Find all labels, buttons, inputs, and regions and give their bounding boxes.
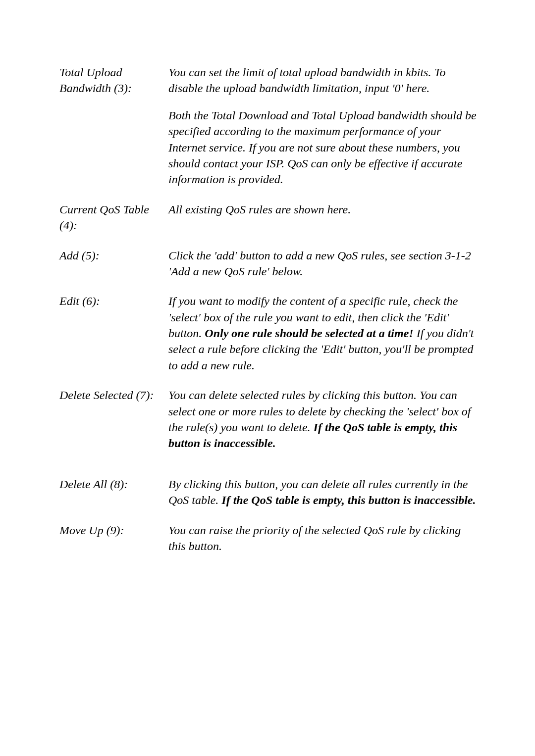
- text-run: You can set the limit of total upload ba…: [168, 66, 446, 95]
- text-run: You can raise the priority of the select…: [168, 524, 461, 553]
- text-run: If the QoS table is empty, this button i…: [221, 494, 476, 506]
- text-run: Click the 'add' button to add a new QoS …: [168, 249, 471, 278]
- paragraph: By clicking this button, you can delete …: [168, 476, 481, 508]
- term: Edit (6):: [59, 293, 168, 309]
- description: If you want to modify the content of a s…: [168, 293, 481, 373]
- paragraph: Click the 'add' button to add a new QoS …: [168, 248, 481, 280]
- description: By clicking this button, you can delete …: [168, 476, 481, 508]
- paragraph: You can set the limit of total upload ba…: [168, 64, 481, 97]
- definition-row: Total Upload Bandwidth (3):You can set t…: [59, 64, 481, 188]
- text-run: Both the Total Download and Total Upload…: [168, 109, 477, 186]
- description: You can set the limit of total upload ba…: [168, 64, 481, 188]
- paragraph: If you want to modify the content of a s…: [168, 293, 481, 373]
- paragraph: You can raise the priority of the select…: [168, 522, 481, 554]
- term: Move Up (9):: [59, 522, 168, 538]
- description: All existing QoS rules are shown here.: [168, 202, 481, 217]
- description: You can delete selected rules by clickin…: [168, 387, 481, 452]
- definition-row: Current QoS Table (4):All existing QoS r…: [59, 202, 481, 234]
- term: Delete Selected (7):: [59, 387, 168, 403]
- term: Total Upload Bandwidth (3):: [59, 64, 168, 97]
- text-run: All existing QoS rules are shown here.: [168, 203, 351, 216]
- term: Current QoS Table (4):: [59, 202, 168, 234]
- definition-row: Delete All (8):By clicking this button, …: [59, 476, 481, 508]
- definition-row: Add (5):Click the 'add' button to add a …: [59, 248, 481, 280]
- definition-row: Move Up (9):You can raise the priority o…: [59, 522, 481, 554]
- text-run: Only one rule should be selected at a ti…: [205, 327, 413, 340]
- paragraph: All existing QoS rules are shown here.: [168, 202, 481, 217]
- term: Add (5):: [59, 248, 168, 263]
- definition-row: Delete Selected (7):You can delete selec…: [59, 387, 481, 452]
- paragraph: Both the Total Download and Total Upload…: [168, 107, 481, 188]
- paragraph: You can delete selected rules by clickin…: [168, 387, 481, 452]
- description: Click the 'add' button to add a new QoS …: [168, 248, 481, 280]
- term: Delete All (8):: [59, 476, 168, 492]
- definition-list: Total Upload Bandwidth (3):You can set t…: [59, 64, 481, 554]
- description: You can raise the priority of the select…: [168, 522, 481, 554]
- definition-row: Edit (6):If you want to modify the conte…: [59, 293, 481, 373]
